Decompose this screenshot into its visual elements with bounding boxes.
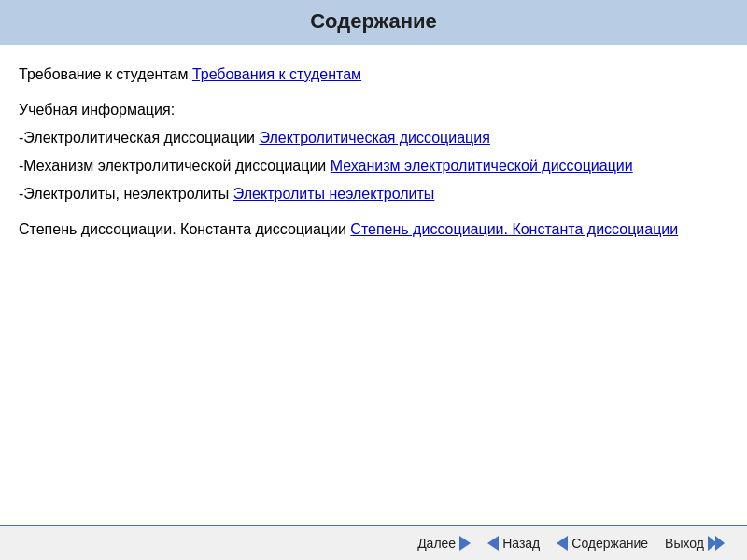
btn-back[interactable]: Назад xyxy=(484,534,543,553)
page-title: Содержание xyxy=(310,9,437,33)
item4-line: -Электролиты, неэлектролиты Электролиты … xyxy=(19,183,719,205)
btn-contents-label: Содержание xyxy=(571,536,648,551)
btn-exit[interactable]: Выход xyxy=(661,534,728,553)
btn-next-label: Далее xyxy=(417,536,456,551)
header: Содержание xyxy=(0,0,747,45)
item2-prefix: -Электролитическая диссоциации xyxy=(19,130,259,146)
content-area: Требование к студентам Требования к студ… xyxy=(0,45,747,525)
page-container: Содержание Требование к студентам Требов… xyxy=(0,0,747,560)
item1-link[interactable]: Требования к студентам xyxy=(192,66,361,82)
contents-arrow-icon xyxy=(557,536,568,551)
item5-prefix: Степень диссоциации. Константа диссоциац… xyxy=(19,221,350,237)
item4-prefix: -Электролиты, неэлектролиты xyxy=(19,186,233,202)
section-label-line: Учебная информация: xyxy=(19,99,719,121)
item5-link[interactable]: Степень диссоциации. Константа диссоциац… xyxy=(350,221,678,237)
item2-line: -Электролитическая диссоциации Электроли… xyxy=(19,127,719,149)
btn-next[interactable]: Далее xyxy=(414,534,474,553)
exit-arrow-icon xyxy=(708,536,725,551)
btn-contents[interactable]: Содержание xyxy=(553,534,652,553)
item3-prefix: -Механизм электролитической диссоциации xyxy=(19,158,331,174)
item1-text: Требование к студентам xyxy=(19,66,192,82)
btn-exit-label: Выход xyxy=(665,536,704,551)
item3-link[interactable]: Механизм электролитической диссоциации xyxy=(331,158,633,174)
back-arrow-icon xyxy=(487,536,499,551)
btn-back-label: Назад xyxy=(502,536,540,551)
section-label: Учебная информация: xyxy=(19,102,175,118)
item4-link[interactable]: Электролиты неэлектролиты xyxy=(233,186,435,202)
footer: Далее Назад Содержание Выход xyxy=(0,525,747,560)
item5-line: Степень диссоциации. Константа диссоциац… xyxy=(19,218,719,241)
item3-line: -Механизм электролитической диссоциации … xyxy=(19,155,719,177)
item2-link[interactable]: Электролитическая диссоциация xyxy=(259,130,489,146)
next-arrow-icon xyxy=(459,536,471,551)
item1-line: Требование к студентам Требования к студ… xyxy=(19,63,719,86)
